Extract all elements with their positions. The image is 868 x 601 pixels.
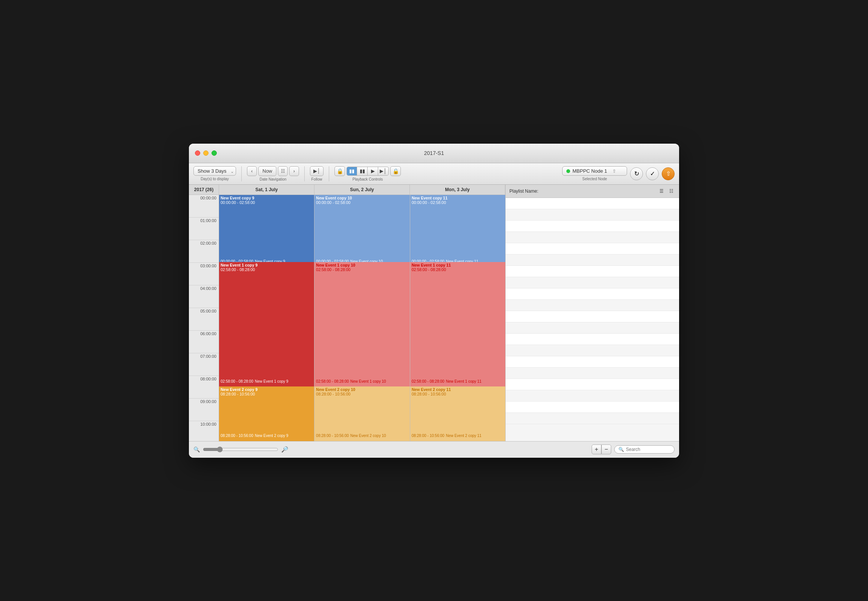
time-0600: 06:00:00	[189, 331, 219, 353]
sat-event-3b: 08:28:00 - 10:56:00 New Event 2 copy 9	[219, 431, 314, 441]
node-status-dot	[566, 169, 570, 173]
follow-button[interactable]: ▶┆	[310, 166, 324, 176]
playlist-row-11[interactable]	[506, 311, 679, 322]
playlist-row-1[interactable]	[506, 198, 679, 209]
search-input[interactable]	[626, 447, 670, 452]
playlist-row-17[interactable]	[506, 379, 679, 390]
upload-button[interactable]: ⇧	[662, 167, 675, 180]
end-button[interactable]: ▶│	[378, 167, 389, 176]
close-button[interactable]	[195, 150, 200, 156]
cal-scroll-area: 00:00:00 01:00:00 02:00:00 03:00:00 04:0…	[189, 195, 505, 441]
divider-3	[329, 166, 329, 181]
playlist-row-3[interactable]	[506, 221, 679, 232]
follow-section: ▶┆ Follow	[310, 166, 324, 181]
sat-event-3-time: 08:28:00 - 10:56:00	[221, 392, 313, 396]
playlist-row-2[interactable]	[506, 209, 679, 221]
days-label: Day(s) to display	[201, 177, 229, 181]
calendar-area: 2017 (26) Sat, 1 July Sun, 2 July Mon, 3…	[189, 185, 506, 441]
nav-label: Date Navigation	[259, 177, 286, 181]
playlist-row-20[interactable]	[506, 413, 679, 424]
playlist-icons: ☰ ☷	[657, 187, 675, 195]
sun-event-2-time: 02:58:00 - 08:28:00	[316, 267, 408, 272]
sat-event-2[interactable]: New Event 1 copy 9 02:58:00 - 08:28:00	[219, 262, 314, 386]
lock-button-1[interactable]: 🔒	[334, 166, 345, 176]
playlist-row-10[interactable]	[506, 300, 679, 311]
playlist-rows	[506, 198, 679, 441]
mon-event-1[interactable]: New Event copy 11 00:00:00 - 02:58:00	[410, 195, 505, 262]
playlist-list-icon[interactable]: ☰	[657, 187, 666, 195]
now-button[interactable]: Now	[258, 166, 276, 176]
sun-event-1-time: 00:00:00 - 02:58:00	[316, 200, 408, 205]
traffic-lights	[195, 150, 217, 156]
playlist-row-5[interactable]	[506, 243, 679, 255]
time-column: 00:00:00 01:00:00 02:00:00 03:00:00 04:0…	[189, 195, 219, 441]
mon-event-3-name: New Event 2 copy 11	[412, 387, 504, 392]
play-button[interactable]: ▶	[368, 167, 378, 176]
divider-1	[241, 166, 242, 181]
node-selector-section: MBPPC Node 1 ⇧ Selected Node	[562, 166, 627, 181]
playlist-row-16[interactable]	[506, 368, 679, 379]
time-0700: 07:00:00	[189, 353, 219, 376]
zoom-out-icon[interactable]: 🔍	[193, 446, 200, 452]
time-0000: 00:00:00	[189, 195, 219, 218]
time-0500: 05:00:00	[189, 308, 219, 331]
refresh-button[interactable]: ↻	[630, 167, 643, 180]
time-0800: 08:00:00	[189, 376, 219, 399]
add-button[interactable]: +	[592, 445, 601, 454]
mon-event-2[interactable]: New Event 1 copy 11 02:58:00 - 08:28:00	[410, 262, 505, 386]
playlist-row-8[interactable]	[506, 277, 679, 288]
sun-event-1-name: New Event copy 10	[316, 196, 408, 200]
playlist-row-12[interactable]	[506, 322, 679, 334]
maximize-button[interactable]	[212, 150, 217, 156]
time-0400: 04:00:00	[189, 285, 219, 308]
playlist-row-19[interactable]	[506, 402, 679, 413]
minimize-button[interactable]	[203, 150, 209, 156]
stop-button[interactable]: ▮▮	[347, 167, 357, 176]
toolbar: Show 3 Days Day(s) to display ‹ Now ☷ › …	[189, 163, 679, 185]
playlist-row-14[interactable]	[506, 345, 679, 356]
days-select[interactable]: Show 3 Days	[193, 166, 236, 176]
search-box[interactable]: 🔍	[614, 445, 675, 454]
playlist-row-4[interactable]	[506, 232, 679, 243]
check-button[interactable]: ✓	[646, 167, 659, 180]
sun-event-2-name: New Event 1 copy 10	[316, 263, 408, 267]
cal-header: 2017 (26) Sat, 1 July Sun, 2 July Mon, 3…	[189, 185, 505, 195]
playlist-row-18[interactable]	[506, 390, 679, 402]
zoom-in-icon[interactable]: 🔎	[281, 446, 288, 453]
mon-event-2-time: 02:58:00 - 08:28:00	[412, 267, 504, 272]
playlist-area: Playlist Name: ☰ ☷	[506, 185, 679, 441]
playlist-header: Playlist Name: ☰ ☷	[506, 185, 679, 198]
day-col-sat[interactable]: New Event copy 9 00:00:00 - 02:58:00 00:…	[219, 195, 314, 441]
calendar-button[interactable]: ☷	[278, 166, 288, 176]
zoom-slider[interactable]	[203, 446, 278, 452]
day-columns[interactable]: New Event copy 9 00:00:00 - 02:58:00 00:…	[219, 195, 505, 441]
playlist-row-6[interactable]	[506, 255, 679, 266]
sun-event-2b: 02:58:00 - 08:28:00 New Event 1 copy 10	[314, 377, 409, 386]
playlist-grid-icon[interactable]: ☷	[667, 187, 675, 195]
playlist-row-15[interactable]	[506, 356, 679, 368]
sun-event-2[interactable]: New Event 1 copy 10 02:58:00 - 08:28:00	[314, 262, 409, 386]
day-col-sun[interactable]: New Event copy 10 00:00:00 - 02:58:00 00…	[314, 195, 410, 441]
node-section: MBPPC Node 1 ⇧ Selected Node ↻ ✓ ⇧	[562, 166, 675, 181]
next-button[interactable]: ›	[289, 166, 299, 176]
time-1000: 10:00:00	[189, 421, 219, 441]
sun-event-1[interactable]: New Event copy 10 00:00:00 - 02:58:00	[314, 195, 409, 262]
node-select[interactable]: MBPPC Node 1 ⇧	[562, 166, 627, 176]
remove-button[interactable]: −	[601, 445, 611, 454]
pause-button[interactable]: ▮▮	[357, 167, 368, 176]
mon-event-1-time: 00:00:00 - 02:58:00	[412, 200, 504, 205]
titlebar: 2017-S1	[189, 144, 679, 163]
prev-button[interactable]: ‹	[247, 166, 257, 176]
playlist-row-7[interactable]	[506, 266, 679, 277]
playlist-row-9[interactable]	[506, 288, 679, 300]
days-select-wrapper[interactable]: Show 3 Days	[193, 166, 236, 176]
days-display-section: Show 3 Days Day(s) to display	[193, 166, 236, 181]
sat-event-1[interactable]: New Event copy 9 00:00:00 - 02:58:00	[219, 195, 314, 262]
lock-button-2[interactable]: 🔒	[390, 166, 401, 176]
search-icon: 🔍	[618, 447, 624, 452]
playlist-row-13[interactable]	[506, 334, 679, 345]
day-col-mon[interactable]: New Event copy 11 00:00:00 - 02:58:00 00…	[410, 195, 505, 441]
main-window: 2017-S1 Show 3 Days Day(s) to display ‹ …	[189, 144, 679, 458]
day-header-sat: Sat, 1 July	[219, 185, 314, 195]
bottom-bar: 🔍 🔎 + − 🔍	[189, 441, 679, 458]
